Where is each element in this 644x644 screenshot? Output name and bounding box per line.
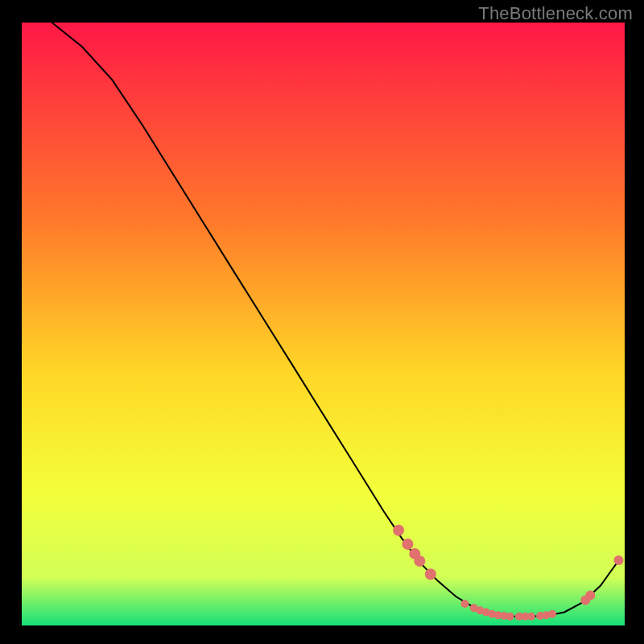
data-marker xyxy=(402,539,413,550)
data-marker xyxy=(585,591,595,601)
data-marker xyxy=(393,525,404,536)
gradient-plot-area xyxy=(22,23,625,625)
data-marker xyxy=(527,613,535,621)
chart-container: { "watermark": "TheBottleneck.com", "col… xyxy=(0,0,644,644)
data-marker xyxy=(548,610,556,618)
data-marker xyxy=(425,568,436,580)
watermark-text: TheBottleneck.com xyxy=(478,3,633,24)
chart-svg xyxy=(0,0,644,644)
data-marker xyxy=(614,555,624,565)
data-marker xyxy=(461,600,469,608)
data-marker xyxy=(414,555,425,567)
data-marker xyxy=(506,613,514,621)
